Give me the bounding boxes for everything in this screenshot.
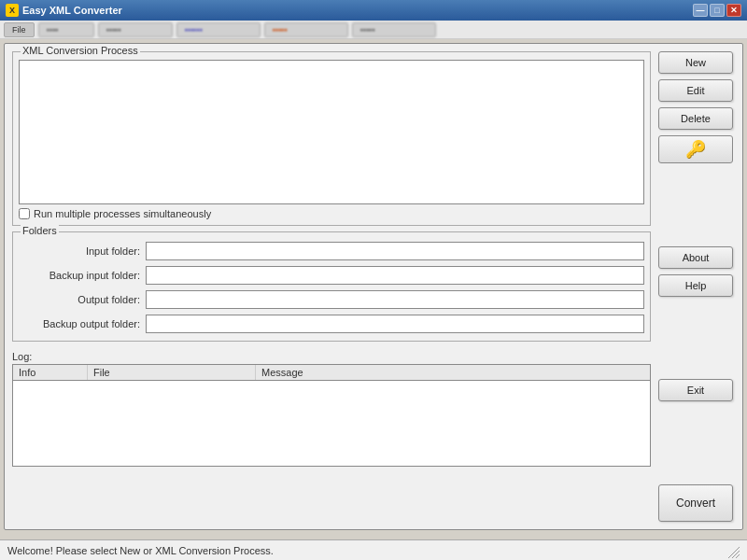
app-title: Easy XML Converter: [22, 5, 122, 16]
log-col-message: Message: [256, 365, 650, 380]
log-col-file: File: [88, 365, 256, 380]
delete-button[interactable]: Delete: [658, 107, 733, 130]
folders-label: Folders: [21, 225, 59, 236]
taskbar-item-3[interactable]: ▪▪▪▪▪: [98, 22, 173, 37]
about-button[interactable]: About: [658, 246, 733, 269]
log-col-info: Info: [13, 365, 88, 380]
taskbar-item-5[interactable]: ▪▪▪▪▪: [264, 22, 348, 37]
log-label: Log:: [12, 351, 651, 362]
close-button[interactable]: ✕: [726, 4, 741, 17]
backup-output-label: Backup output folder:: [19, 318, 140, 329]
backup-output-row: Backup output folder:: [19, 315, 644, 333]
taskbar: File ▪▪▪▪ ▪▪▪▪▪ ▪▪▪▪▪▪ ▪▪▪▪▪ ▪▪▪▪▪: [0, 21, 747, 39]
taskbar-item-2[interactable]: ▪▪▪▪: [38, 22, 94, 37]
backup-input-row: Backup input folder:: [19, 266, 644, 285]
new-button[interactable]: New: [658, 51, 733, 74]
window-controls: — □ ✕: [693, 4, 741, 17]
key-icon-button[interactable]: 🔑: [658, 135, 733, 163]
input-folder-input[interactable]: [146, 242, 644, 260]
size-grip: [725, 543, 740, 558]
output-folder-row: Output folder:: [19, 290, 644, 309]
multiple-processes-label: Run multiple processes simultaneously: [34, 208, 211, 219]
log-section: Log: Info File Message: [12, 351, 651, 467]
xml-conversion-group: XML Conversion Process Run multiple proc…: [12, 51, 651, 226]
convert-button[interactable]: Convert: [658, 484, 733, 522]
svg-line-1: [732, 551, 740, 558]
main-window: XML Conversion Process Run multiple proc…: [4, 43, 743, 530]
backup-input-label: Backup input folder:: [19, 270, 140, 281]
backup-input-input[interactable]: [146, 266, 644, 285]
svg-line-2: [736, 554, 740, 558]
conversion-listbox[interactable]: [19, 60, 644, 204]
output-folder-input[interactable]: [146, 290, 644, 309]
maximize-button[interactable]: □: [710, 4, 725, 17]
help-button[interactable]: Help: [658, 274, 733, 297]
button-panel: New Edit Delete 🔑 About Help Exit Conver…: [658, 51, 735, 522]
input-folder-row: Input folder:: [19, 242, 644, 260]
taskbar-item-4[interactable]: ▪▪▪▪▪▪: [176, 22, 261, 37]
key-icon: 🔑: [685, 139, 706, 160]
main-panel: XML Conversion Process Run multiple proc…: [12, 51, 651, 522]
output-folder-label: Output folder:: [19, 294, 140, 305]
input-folder-label: Input folder:: [19, 245, 140, 257]
app-icon: X: [6, 4, 19, 17]
log-header: Info File Message: [13, 365, 650, 381]
folders-section: Folders Input folder: Backup input folde…: [12, 231, 651, 342]
taskbar-item-6[interactable]: ▪▪▪▪▪: [352, 22, 436, 37]
log-grid[interactable]: Info File Message: [12, 364, 651, 467]
status-bar: Welcome! Please select New or XML Conver…: [0, 539, 747, 560]
exit-button[interactable]: Exit: [658, 379, 733, 401]
multiple-processes-checkbox[interactable]: [19, 208, 30, 219]
backup-output-input[interactable]: [146, 315, 644, 333]
status-message: Welcome! Please select New or XML Conver…: [7, 545, 725, 556]
minimize-button[interactable]: —: [693, 4, 708, 17]
edit-button[interactable]: Edit: [658, 79, 733, 102]
xml-conversion-label: XML Conversion Process: [21, 45, 140, 56]
taskbar-item-1[interactable]: File: [4, 22, 35, 37]
title-bar: X Easy XML Converter — □ ✕: [0, 0, 747, 21]
